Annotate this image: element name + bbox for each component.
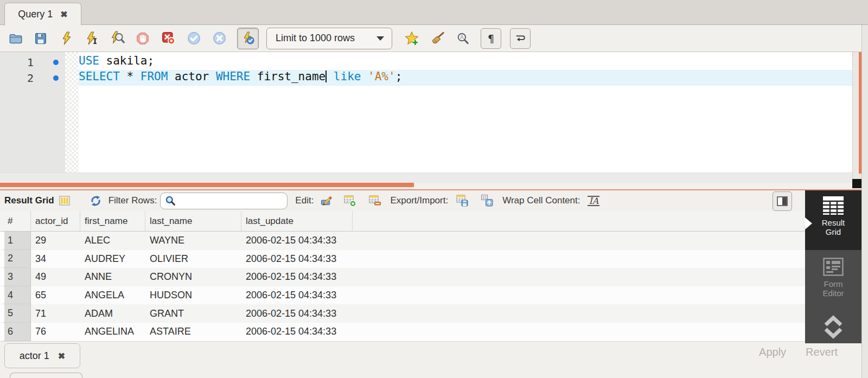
grid-header-row: # actor_id first_name last_name last_upd… [0,211,805,232]
table-row[interactable]: 4 65 ANGELA HUDSON 2006-02-15 04:34:33 [0,286,805,305]
editor-code-area[interactable]: USE sakila; SELECT * FROM actor WHERE fi… [79,54,852,86]
limit-rows-dropdown[interactable]: Limit to 1000 rows [266,28,392,49]
toggle-stop-on-error-icon[interactable] [161,31,176,46]
cell-actor-id[interactable]: 49 [31,268,80,286]
cell-first-name[interactable]: ALEC [80,232,145,250]
cell-last-name[interactable]: ASTAIRE [145,323,241,341]
delete-row-icon[interactable] [368,194,381,207]
panel-splitter-handle[interactable] [0,183,414,187]
cell-actor-id[interactable]: 34 [31,250,80,268]
cell-last-update[interactable]: 2006-02-15 04:34:33 [241,268,353,286]
new-snippet-icon[interactable] [404,31,419,46]
cell-last-update[interactable]: 2006-02-15 04:34:33 [241,250,353,268]
cell-first-name[interactable]: AUDREY [80,250,145,268]
selected-item-notch-icon [805,217,812,229]
cell-first-name[interactable]: ADAM [80,304,145,323]
cell-last-name[interactable]: HUDSON [145,286,241,305]
scrollbar-corner [852,179,861,188]
execute-current-icon[interactable] [84,31,99,46]
row-number-cell: 6 [0,323,31,341]
sidebar-item-result-grid[interactable]: Result Grid [805,190,861,250]
table-row[interactable]: 1 29 ALEC WAYNE 2006-02-15 04:34:33 [0,232,805,250]
column-header-last-name[interactable]: last_name [145,211,241,232]
chevron-down-icon [376,36,384,41]
commit-icon[interactable] [186,31,201,46]
save-script-icon[interactable] [33,31,48,46]
word-wrap-icon[interactable] [510,28,531,49]
wrap-cell-content-icon[interactable]: IA [588,196,599,206]
find-icon[interactable]: A [455,31,470,46]
table-row[interactable]: 3 49 ANNE CRONYN 2006-02-15 04:34:33 [0,268,805,286]
table-row[interactable]: 6 76 ANGELINA ASTAIRE 2006-02-15 04:34:3… [0,323,805,341]
cell-actor-id[interactable]: 71 [31,304,80,323]
toggle-sidebar-button[interactable] [773,191,792,211]
revert-button[interactable]: Revert [806,346,838,358]
beautify-icon[interactable] [430,31,445,46]
window-scrollbar-track[interactable] [861,25,868,378]
result-grid-table: # actor_id first_name last_name last_upd… [0,211,805,341]
tab-actor-1[interactable]: actor 1 ✖ [4,343,80,368]
editor-horizontal-scrollbar[interactable] [0,172,852,183]
code-line-1[interactable]: USE sakila; [79,54,852,70]
sql-keyword: FROM [141,70,168,83]
refresh-icon[interactable] [90,195,102,207]
apply-button[interactable]: Apply [759,346,786,358]
cell-first-name[interactable]: ANGELINA [80,323,145,341]
rollback-icon[interactable] [212,31,227,46]
cell-last-name[interactable]: GRANT [145,304,241,323]
column-header-last-update[interactable]: last_update [241,211,353,232]
column-header-actor-id[interactable]: actor_id [31,211,80,232]
cell-last-update[interactable]: 2006-02-15 04:34:33 [241,232,353,250]
sql-text: actor [168,70,216,83]
editor-gutter: 1 2 [0,52,65,172]
column-header-first-name[interactable]: first_name [80,211,145,232]
sql-text: * [120,70,141,83]
search-icon [165,195,176,207]
autocommit-icon[interactable] [237,28,259,49]
result-grid-icon [59,195,70,206]
column-header-filler [353,211,805,232]
filter-rows-searchbox[interactable] [160,193,288,209]
sql-text: sakila; [99,54,154,67]
export-recordset-icon[interactable] [456,194,469,207]
sidebar-item-form-editor[interactable]: Form Editor [805,250,861,311]
action-output-panel-edge [10,373,82,378]
search-input[interactable] [176,194,289,208]
result-grid-title: Result Grid [4,195,54,206]
invisible-chars-icon[interactable]: ¶ [481,28,501,49]
stop-icon[interactable] [135,31,150,46]
result-tab-bar: actor 1 ✖ Apply Revert [0,341,861,378]
chevron-up-icon[interactable] [821,315,845,326]
result-view-sidebar: Result Grid Form Editor [805,190,861,343]
cell-first-name[interactable]: ANNE [80,268,145,286]
cell-actor-id[interactable]: 76 [31,323,80,341]
chevron-down-icon[interactable] [821,328,845,339]
cell-last-update[interactable]: 2006-02-15 04:34:33 [241,323,353,341]
cell-last-update[interactable]: 2006-02-15 04:34:33 [241,304,353,323]
column-header-rownum[interactable]: # [0,211,31,232]
explain-icon[interactable] [110,31,125,46]
cell-first-name[interactable]: ANGELA [80,286,145,305]
code-line-2-current[interactable]: SELECT * FROM actor WHERE first_name lik… [79,70,852,86]
sql-text [327,70,334,83]
close-tab-icon[interactable]: ✖ [60,9,67,20]
tab-query-1[interactable]: Query 1 ✖ [4,3,81,25]
cell-actor-id[interactable]: 65 [31,286,80,305]
row-number-cell: 1 [0,232,31,250]
close-tab-icon[interactable]: ✖ [58,351,65,361]
cell-actor-id[interactable]: 29 [31,232,80,250]
import-recordset-icon[interactable] [481,194,494,207]
table-row[interactable]: 2 34 AUDREY OLIVIER 2006-02-15 04:34:33 [0,250,805,268]
insert-row-icon[interactable] [343,194,356,207]
sql-keyword: like [334,70,361,83]
execute-icon[interactable] [59,31,74,46]
cell-last-name[interactable]: WAYNE [145,232,241,250]
sql-editor[interactable]: 1 2 USE sakila; SELECT * FROM actor WHER… [0,52,852,183]
edit-record-icon[interactable] [320,195,333,207]
open-script-icon[interactable] [8,31,23,46]
cell-last-name[interactable]: OLIVIER [145,250,241,268]
cell-last-name[interactable]: CRONYN [145,268,241,286]
cell-last-update[interactable]: 2006-02-15 04:34:33 [241,286,353,305]
table-row[interactable]: 5 71 ADAM GRANT 2006-02-15 04:34:33 [0,304,805,323]
result-grid-toolbar: Result Grid Filter Rows: Edit: Export/Im… [0,190,805,211]
